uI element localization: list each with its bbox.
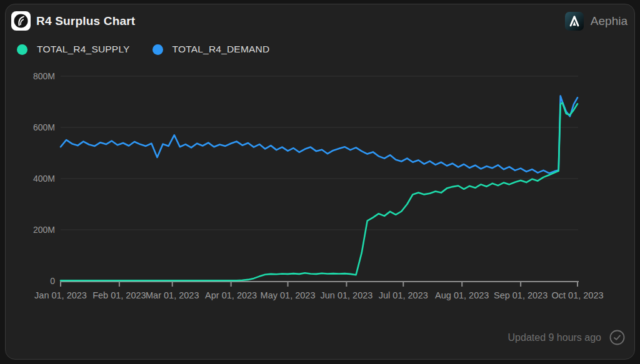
x-axis-label: Jul 01, 2023	[379, 290, 428, 300]
x-axis-label: Aug 01, 2023	[435, 290, 489, 300]
y-axis-label: 0	[50, 276, 55, 286]
y-axis-label: 400M	[33, 174, 55, 184]
x-axis-label: Sep 01, 2023	[494, 290, 548, 300]
y-axis-label: 200M	[33, 225, 55, 235]
update-status: Updated 9 hours ago	[508, 330, 625, 345]
x-axis-label: Jun 01, 2023	[320, 290, 372, 300]
x-axis-label: Apr 01, 2023	[205, 290, 257, 300]
surplus-line-chart[interactable]: 0200M400M600M800MJan 01, 2023Feb 01, 202…	[0, 0, 640, 364]
x-axis-label: Feb 01, 2023	[92, 290, 146, 300]
updated-text: Updated 9 hours ago	[508, 332, 601, 343]
total-r4-demand-line[interactable]	[61, 96, 578, 174]
x-axis-label: May 01, 2023	[261, 290, 316, 300]
total-r4-supply-line[interactable]	[61, 103, 578, 281]
x-axis-label: Oct 01, 2023	[551, 290, 603, 300]
x-axis-label: Jan 01, 2023	[34, 290, 87, 300]
y-axis-label: 600M	[33, 122, 55, 132]
x-axis-label: Mar 01, 2023	[146, 290, 199, 300]
y-axis-label: 800M	[33, 71, 55, 81]
updated-check-icon	[609, 330, 625, 345]
